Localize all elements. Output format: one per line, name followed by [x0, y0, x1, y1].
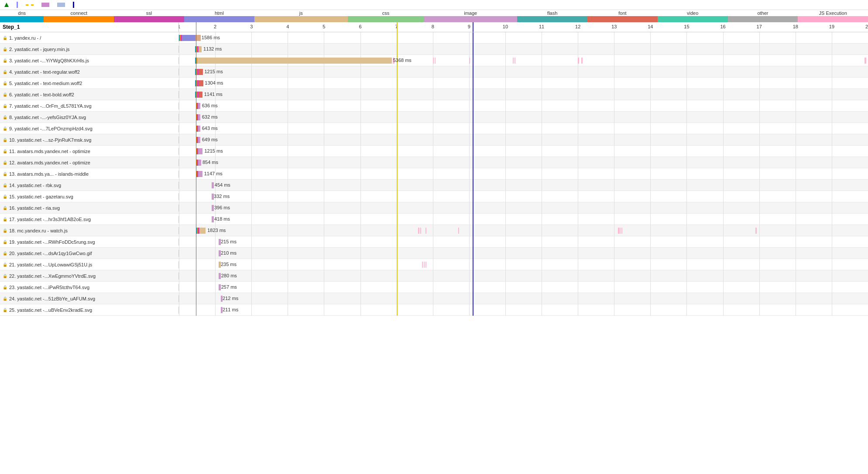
type-color-font — [587, 16, 658, 22]
grid-line — [469, 112, 470, 123]
grid-line — [469, 44, 470, 55]
vertical-line-0 — [397, 100, 398, 112]
grid-line — [650, 282, 651, 293]
grid-line — [433, 304, 433, 316]
grid-line — [324, 134, 324, 146]
vertical-line-1 — [473, 180, 473, 191]
vertical-line-1 — [473, 123, 473, 134]
grid-line — [469, 270, 470, 282]
grid-line — [542, 168, 542, 180]
time-label-16: 396 ms — [214, 205, 230, 210]
grid-line — [650, 236, 651, 248]
js-exec-bar-18-3 — [458, 228, 459, 234]
type-color-video — [658, 16, 728, 22]
grid-line — [614, 168, 614, 180]
grid-line — [179, 112, 179, 123]
grid-line — [759, 293, 760, 304]
grid-line — [288, 236, 288, 248]
lock-icon: 🔒 — [3, 240, 7, 244]
vertical-line-2 — [196, 78, 196, 89]
grid-line — [686, 202, 687, 214]
grid-line — [796, 225, 796, 236]
vertical-line-1 — [473, 55, 473, 66]
table-row: 🔒17. yastatic.net -...hr3s3hf1AB2oE.svg4… — [0, 214, 868, 225]
grid-line — [723, 100, 724, 112]
grid-line — [650, 202, 651, 214]
vertical-line-0 — [397, 248, 398, 259]
table-row: 🔒5. yastatic.net - text-medium.woff21304… — [0, 78, 868, 89]
grid-line — [251, 123, 252, 134]
lock-icon: 🔒 — [3, 104, 7, 108]
grid-line — [650, 293, 651, 304]
grid-line — [832, 55, 832, 66]
grid-line — [578, 236, 578, 248]
row-label-text-24: 24. yastatic.net -...51zBbYe_uAFUM.svg — [9, 296, 95, 301]
time-label-20: 210 ms — [221, 250, 237, 256]
grid-line — [179, 248, 179, 259]
row-timeline-7: 636 ms — [179, 100, 868, 112]
grid-line — [360, 66, 361, 78]
row-label-text-2: 2. yastatic.net - jquery.min.js — [9, 47, 70, 52]
grid-line — [179, 44, 179, 55]
type-colors-row — [0, 16, 868, 22]
grid-line — [832, 248, 832, 259]
vertical-line-0 — [397, 123, 398, 134]
grid-line — [324, 191, 324, 202]
grid-line — [433, 293, 433, 304]
vertical-line-2 — [196, 157, 196, 168]
lock-icon: 🔒 — [3, 297, 7, 301]
grid-line — [288, 214, 288, 225]
js-exec-bar-3-8 — [581, 58, 582, 64]
grid-line — [433, 123, 433, 134]
grid-line — [542, 180, 542, 191]
grid-line — [288, 259, 288, 270]
bar-segment-23-0 — [219, 284, 221, 290]
grid-line — [179, 168, 179, 180]
vertical-line-1 — [473, 32, 473, 44]
grid-line — [723, 214, 724, 225]
grid-line — [179, 282, 179, 293]
time-label-1: 1586 ms — [202, 35, 220, 40]
tick-15: 15 — [684, 24, 689, 29]
grid-line — [469, 32, 470, 44]
type-label-JS Execution: JS Execution — [798, 10, 868, 16]
grid-line — [179, 202, 179, 214]
grid-line — [832, 78, 832, 89]
grid-line — [469, 146, 470, 157]
grid-line — [542, 282, 542, 293]
grid-line — [324, 100, 324, 112]
grid-line — [650, 44, 651, 55]
grid-line — [360, 180, 361, 191]
grid-line — [251, 146, 252, 157]
grid-line — [723, 44, 724, 55]
row-label-10: 🔒10. yastatic.net -...sz-PjnRuK7msk.svg — [0, 136, 179, 143]
tick-12: 12 — [575, 24, 580, 29]
time-label-8: 632 ms — [202, 114, 218, 119]
bar-segment-13-2 — [198, 171, 202, 177]
grid-line — [759, 55, 760, 66]
grid-line — [578, 168, 578, 180]
vertical-line-0 — [397, 180, 398, 191]
grid-line — [723, 202, 724, 214]
type-label-image: image — [424, 10, 517, 16]
grid-line — [179, 89, 179, 100]
grid-line — [251, 134, 252, 146]
grid-line — [324, 214, 324, 225]
table-row: 🔒20. yastatic.net -...dsAr1qy1GwCwo.gif2… — [0, 248, 868, 259]
vertical-line-0 — [397, 293, 398, 304]
vertical-line-0 — [397, 191, 398, 202]
bar-segment-12-2 — [198, 160, 201, 166]
row-timeline-10: 649 ms — [179, 134, 868, 146]
row-timeline-13: 1147 ms — [179, 168, 868, 180]
grid-line — [360, 146, 361, 157]
bar-segment-15-0 — [212, 194, 214, 200]
grid-line — [832, 146, 832, 157]
grid-line — [505, 66, 506, 78]
grid-line — [215, 304, 216, 316]
grid-line — [796, 134, 796, 146]
grid-line — [288, 89, 288, 100]
vertical-line-2 — [196, 55, 196, 66]
tick-16: 16 — [720, 24, 725, 29]
grid-line — [796, 146, 796, 157]
row-label-text-14: 14. yastatic.net - rbk.svg — [9, 183, 61, 188]
